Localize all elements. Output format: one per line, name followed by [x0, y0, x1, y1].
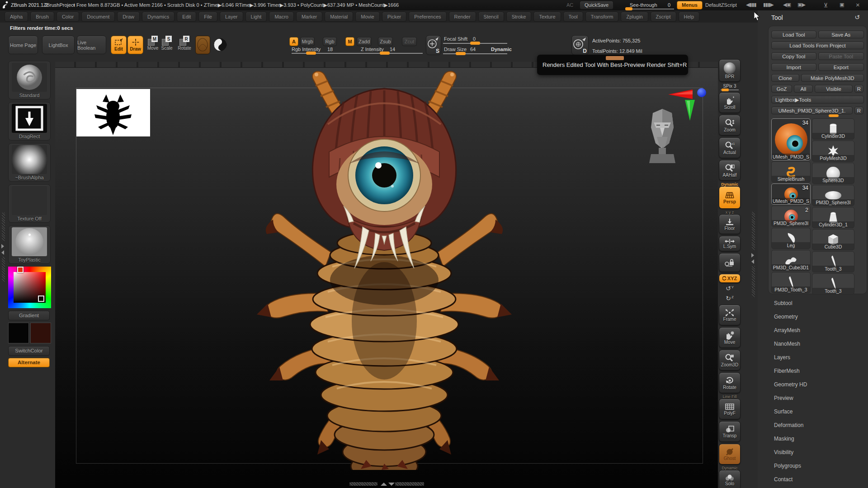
brush-preview[interactable] [195, 36, 210, 54]
focal-shift-knob[interactable] [470, 42, 480, 45]
draw-button[interactable]: Draw [127, 36, 143, 54]
tool-thumb-squashsphere[interactable]: PM3D_Sphere3l [812, 185, 854, 206]
ghost-button[interactable]: Ghost [719, 444, 741, 465]
section-polygroups[interactable]: Polygroups [768, 459, 867, 473]
live-boolean-button[interactable]: Live Boolean [77, 36, 106, 54]
polyframe-button[interactable]: Line Fill PolyF [719, 399, 741, 419]
local-symmetry-button[interactable]: L.Sym [719, 236, 741, 251]
section-geometryhd[interactable]: Geometry HD [768, 378, 867, 391]
menu-marker[interactable]: Marker [296, 12, 322, 22]
section-masking[interactable]: Masking [768, 432, 867, 446]
spix-slider[interactable]: SPix 3 [719, 84, 740, 90]
right-divider-scroll-bottom[interactable] [752, 266, 755, 297]
menu-material[interactable]: Material [325, 12, 353, 22]
spix-knob[interactable] [722, 89, 729, 91]
load-tools-from-project-button[interactable]: Load Tools From Project [771, 42, 864, 49]
menu-brush[interactable]: Brush [30, 12, 54, 22]
tool-thumb-cylinder3d1[interactable]: Cylinder3D_1 [812, 207, 854, 228]
panel-shift-left-icon[interactable]: ◀▣ [783, 2, 791, 8]
copy-tool-button[interactable]: Copy Tool [771, 52, 816, 60]
tool-thumb-tooth3b[interactable]: Tooth_3 [812, 273, 854, 295]
edit-button[interactable]: Edit [111, 36, 127, 54]
menu-light[interactable]: Light [245, 12, 267, 22]
menu-movie[interactable]: Movie [355, 12, 379, 22]
tray-open-down-arrow[interactable] [388, 483, 395, 486]
tray-open-up-arrow[interactable] [381, 483, 387, 486]
menu-color[interactable]: Color [57, 12, 79, 22]
minimize-icon[interactable]: ⊻ [824, 2, 828, 9]
active-tool-slider[interactable] [771, 114, 864, 117]
zoom3d-button[interactable]: Zoom3D [719, 350, 741, 371]
tool-thumb-cubeblob[interactable]: PM3D_Cube3D1 [771, 250, 811, 271]
section-layers[interactable]: Layers [768, 351, 867, 364]
section-geometry[interactable]: Geometry [768, 310, 867, 324]
section-preview[interactable]: Preview [768, 391, 867, 405]
color-picker[interactable] [8, 267, 51, 308]
menu-layer[interactable]: Layer [220, 12, 243, 22]
menu-draw[interactable]: Draw [117, 12, 140, 22]
zadd-button[interactable]: Zadd [357, 37, 372, 46]
left-divider-scroll-top[interactable] [2, 212, 5, 241]
secondary-color-swatch[interactable] [30, 323, 51, 343]
a-toggle[interactable]: A [289, 37, 298, 46]
transparency-button[interactable]: Transp [719, 421, 741, 442]
draw-size-knob[interactable] [456, 52, 466, 55]
camera-head-widget[interactable] [647, 107, 677, 164]
scroll-button[interactable]: Scroll [719, 92, 741, 113]
xyz-symmetry-button[interactable]: XYZ [719, 274, 741, 283]
menu-help[interactable]: Help [679, 12, 700, 22]
floor-button[interactable]: x y z Floor [719, 214, 741, 234]
load-tool-button[interactable]: Load Tool [771, 31, 816, 38]
move3d-button[interactable]: Move [719, 327, 741, 348]
alternate-button[interactable]: Alternate [8, 358, 50, 367]
nav-dot-blue[interactable] [697, 88, 706, 97]
m-toggle[interactable]: M [345, 37, 354, 46]
menu-file[interactable]: File [198, 12, 217, 22]
z-intensity-knob[interactable] [380, 52, 390, 55]
tool-thumb-tooth3a[interactable]: Tooth_3 [812, 251, 854, 272]
tool-thumb-pm3dtooth[interactable]: PM3D_Tooth_3 [771, 272, 811, 293]
right-divider-arrow-close[interactable] [751, 259, 754, 264]
tool-thumb-leg[interactable]: Leg [771, 228, 811, 249]
material-sphere-icon[interactable] [213, 38, 227, 52]
menu-macro[interactable]: Macro [269, 12, 294, 22]
clone-button[interactable]: Clone [771, 74, 799, 82]
nav-arrow-red[interactable] [668, 89, 694, 100]
stroke-type-button[interactable]: S [426, 35, 441, 55]
menu-texture[interactable]: Texture [533, 12, 561, 22]
tool-thumb-cube3d[interactable]: Cube3D [812, 229, 854, 250]
left-divider-arrow-close[interactable] [1, 250, 4, 255]
section-visibility[interactable]: Visibility [768, 446, 867, 459]
menu-render[interactable]: Render [449, 12, 476, 22]
section-nanomesh[interactable]: NanoMesh [768, 337, 867, 351]
section-arraymesh[interactable]: ArrayMesh [768, 324, 867, 337]
menu-stroke[interactable]: Stroke [506, 12, 532, 22]
menu-preferences[interactable]: Preferences [409, 12, 446, 22]
rotate3d-button[interactable]: Rotate [719, 372, 741, 393]
paste-tool-button[interactable]: Paste Tool [818, 52, 864, 60]
tool-thumb-sphere-eye[interactable]: 2 PM3D_Sphere3l [771, 206, 811, 227]
current-texture[interactable]: Texture Off [8, 184, 51, 223]
frame-button[interactable]: Frame [719, 305, 741, 325]
hue-marker[interactable] [17, 267, 24, 273]
draw-size-slider[interactable] [443, 53, 507, 54]
main-color-swatch[interactable] [8, 323, 29, 343]
bottom-tray-handle-right[interactable] [395, 482, 424, 486]
menu-edit[interactable]: Edit [177, 12, 196, 22]
zoom-button[interactable]: Zoom [719, 115, 741, 136]
left-divider-arrow-open[interactable] [1, 244, 4, 249]
menu-transform[interactable]: Transform [585, 12, 619, 22]
seethrough-slider-knob[interactable] [625, 7, 632, 10]
current-brush[interactable]: Standard [8, 61, 51, 99]
lightbox-tools-button[interactable]: Lightbox▶Tools [771, 96, 864, 103]
tool-thumb-simplebrush[interactable]: SimpleBrush [771, 161, 811, 183]
tool-thumb-cylinder3d[interactable]: Cylinder3D [812, 118, 854, 140]
home-page-button[interactable]: Home Page [8, 36, 38, 54]
menu-stencil[interactable]: Stencil [478, 12, 504, 22]
goz-button[interactable]: GoZ [771, 85, 792, 93]
menus-button[interactable]: Menus [677, 1, 703, 9]
aahalf-button[interactable]: AAHalf [719, 160, 741, 181]
nav-arrow-green[interactable] [684, 100, 695, 122]
close-icon[interactable]: × [856, 1, 859, 9]
document-canvas[interactable] [55, 62, 718, 488]
